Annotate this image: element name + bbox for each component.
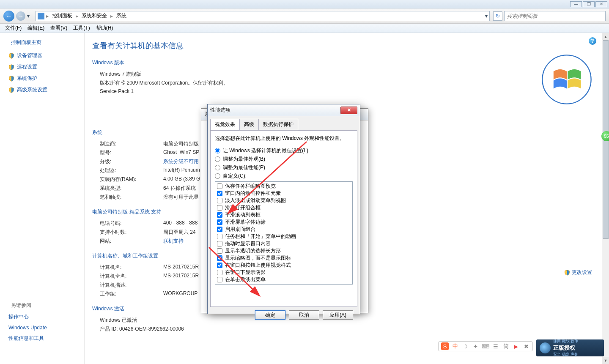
checkbox-input[interactable]: [217, 241, 222, 246]
nav-history-dropdown[interactable]: ▾: [27, 13, 32, 19]
radio-input[interactable]: [215, 156, 220, 162]
chevron-right-icon: ▸: [110, 13, 113, 19]
property-label: 系统类型:: [100, 185, 163, 192]
menu-icon[interactable]: ☰: [492, 342, 499, 350]
sidebar-also-item[interactable]: Windows Update: [8, 325, 81, 331]
checkbox-input[interactable]: [217, 227, 222, 232]
moon-icon[interactable]: ☽: [461, 342, 469, 350]
checkbox-input[interactable]: [217, 212, 222, 218]
radio-option[interactable]: 调整为最佳性能(P): [215, 164, 353, 171]
radio-input[interactable]: [215, 165, 220, 170]
sidebar-also-item[interactable]: 性能信息和工具: [8, 335, 81, 342]
checkbox-option[interactable]: 在窗口下显示阴影: [216, 269, 351, 276]
dialog-titlebar[interactable]: 性能选项 ✕: [208, 104, 360, 116]
ime-lang-button[interactable]: 中: [451, 342, 459, 350]
property-value: MS-20170215R: [163, 264, 199, 271]
checkbox-option[interactable]: 显示缩略图，而不是显示图标: [216, 255, 351, 262]
nav-forward-button[interactable]: →: [16, 11, 25, 21]
scroll-down-button[interactable]: ▼: [602, 357, 609, 364]
minimize-button[interactable]: —: [570, 1, 582, 7]
vertical-scrollbar[interactable]: ▲ ▼: [602, 33, 609, 364]
menu-tools[interactable]: 工具(T): [71, 24, 92, 33]
apply-button[interactable]: 应用(A): [323, 310, 353, 320]
info-text: 产品 ID: 00426-OEM-8992662-00006: [100, 326, 596, 333]
refresh-button[interactable]: ↻: [493, 11, 502, 21]
sidebar-item[interactable]: 高级系统设置: [8, 86, 81, 93]
checkbox-input[interactable]: [217, 198, 222, 203]
checkbox-input[interactable]: [217, 191, 222, 196]
checkbox-option[interactable]: 窗口内的动画控件和元素: [216, 190, 351, 197]
search-input[interactable]: [504, 11, 606, 21]
checkbox-label: 显示半透明的选择长方形: [225, 248, 281, 254]
breadcrumb-item[interactable]: 系统和安全: [80, 11, 109, 20]
menu-edit[interactable]: 编辑(E): [25, 24, 47, 33]
page-title: 查看有关计算机的基本信息: [92, 41, 596, 51]
maximize-button[interactable]: ❐: [583, 1, 595, 7]
close-button[interactable]: ✕: [595, 1, 607, 7]
checkbox-input[interactable]: [217, 263, 222, 268]
checkbox-option[interactable]: 在视图中淡入淡出或滑动工具条提示: [216, 283, 351, 285]
checkbox-option[interactable]: 拖动时显示窗口内容: [216, 240, 351, 247]
checkbox-option[interactable]: 保存任务栏缩略图预览: [216, 183, 351, 190]
chevron-right-icon: ▸: [46, 13, 49, 19]
breadcrumb-dropdown[interactable]: ▾: [485, 13, 488, 19]
tab-visual-effects[interactable]: 视觉效果: [210, 119, 240, 130]
checkbox-option[interactable]: 启用桌面组合: [216, 226, 351, 233]
close-icon[interactable]: ✖: [522, 342, 530, 350]
scroll-up-button[interactable]: ▲: [602, 33, 609, 40]
sidebar-item[interactable]: 设备管理器: [8, 52, 81, 59]
cancel-button[interactable]: 取消: [289, 310, 319, 320]
radio-option[interactable]: 自定义(C):: [215, 172, 353, 180]
checkbox-input[interactable]: [217, 270, 222, 275]
tab-advanced[interactable]: 高级: [239, 119, 259, 130]
change-settings-link[interactable]: 更改设置: [564, 269, 592, 276]
ime-simplified-button[interactable]: 简: [502, 342, 510, 350]
radio-option[interactable]: 调整为最佳外观(B): [215, 156, 353, 163]
keyboard-icon[interactable]: ⌨: [482, 342, 489, 350]
radio-input[interactable]: [215, 173, 220, 179]
checkbox-option[interactable]: 任务栏和「开始」菜单中的动画: [216, 233, 351, 240]
dialog-close-button[interactable]: ✕: [340, 107, 357, 114]
checkbox-option[interactable]: 淡入淡出或滑动菜单到视图: [216, 197, 351, 204]
checkbox-input[interactable]: [217, 277, 222, 282]
checkbox-option[interactable]: 滑动打开组合框: [216, 204, 351, 211]
ime-icon[interactable]: S: [441, 342, 449, 350]
genuine-windows-badge[interactable]: 使用 微软 软件 正版授权 安全 稳定 声誉: [536, 339, 604, 356]
property-value[interactable]: 系统分级不可用: [163, 158, 199, 165]
checkbox-list[interactable]: 保存任务栏缩略图预览窗口内的动画控件和元素淡入淡出或滑动菜单到视图滑动打开组合框…: [215, 181, 353, 285]
checkbox-input[interactable]: [217, 248, 222, 254]
checkbox-input[interactable]: [217, 183, 222, 189]
checkbox-input[interactable]: [217, 284, 222, 285]
checkbox-option[interactable]: 在单击后淡出菜单: [216, 276, 351, 283]
checkbox-option[interactable]: 平滑滚动列表框: [216, 211, 351, 219]
record-icon[interactable]: ▶: [512, 342, 520, 350]
menu-help[interactable]: 帮助(H): [93, 24, 116, 33]
checkbox-option[interactable]: 在窗口和按钮上使用视觉样式: [216, 262, 351, 269]
nav-back-button[interactable]: ←: [3, 11, 14, 22]
notification-badge[interactable]: 55: [601, 131, 609, 141]
ok-button[interactable]: 确定: [255, 310, 285, 320]
menu-view[interactable]: 查看(V): [48, 24, 70, 33]
menu-file[interactable]: 文件(F): [3, 24, 24, 33]
help-icon[interactable]: ?: [589, 37, 596, 45]
radio-input[interactable]: [215, 148, 220, 153]
radio-option[interactable]: 让 Windows 选择计算机的最佳设置(L): [215, 147, 353, 154]
sidebar-item[interactable]: 远程设置: [8, 63, 81, 71]
sparkle-icon[interactable]: ✦: [472, 342, 479, 350]
checkbox-input[interactable]: [217, 255, 222, 261]
breadcrumb[interactable]: ▸ 控制面板 ▸ 系统和安全 ▸ 系统 ▾: [36, 11, 490, 21]
checkbox-option[interactable]: 显示半透明的选择长方形: [216, 247, 351, 255]
checkbox-input[interactable]: [217, 219, 222, 225]
ime-toolbar[interactable]: S 中 ☽ ✦ ⌨ ☰ 简 ▶ ✖: [438, 341, 533, 351]
property-value[interactable]: 联机支持: [163, 238, 184, 245]
sidebar-also-item[interactable]: 操作中心: [8, 313, 81, 320]
checkbox-option[interactable]: 平滑屏幕字体边缘: [216, 219, 351, 226]
sidebar-item[interactable]: 系统保护: [8, 75, 81, 82]
sidebar-home-link[interactable]: 控制面板主页: [11, 39, 81, 46]
tab-dep[interactable]: 数据执行保护: [258, 119, 298, 130]
checkbox-input[interactable]: [217, 205, 222, 211]
menubar: 文件(F) 编辑(E) 查看(V) 工具(T) 帮助(H): [0, 24, 609, 33]
checkbox-input[interactable]: [217, 234, 222, 239]
breadcrumb-item[interactable]: 控制面板: [50, 11, 74, 20]
breadcrumb-item[interactable]: 系统: [115, 11, 128, 20]
